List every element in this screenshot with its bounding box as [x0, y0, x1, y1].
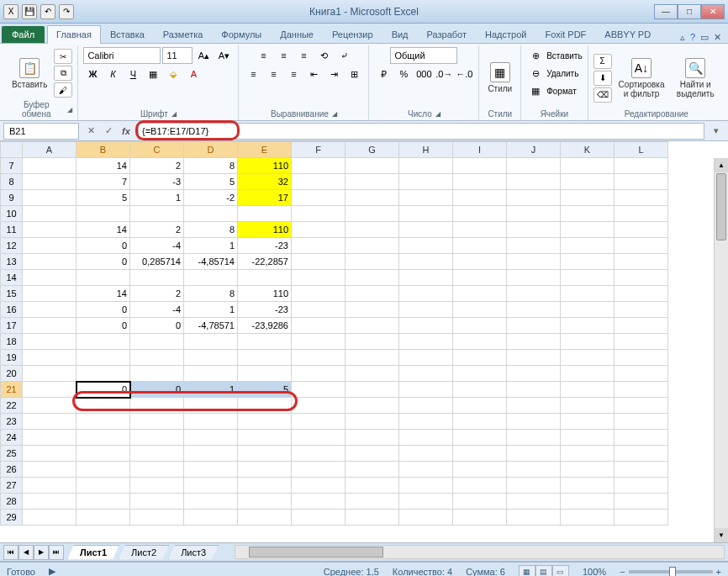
cell-G27[interactable]: [346, 478, 399, 494]
cell-I23[interactable]: [453, 414, 507, 430]
cell-I29[interactable]: [453, 510, 507, 526]
cell-G26[interactable]: [346, 462, 399, 478]
align-launcher-icon[interactable]: ◢: [332, 110, 337, 118]
cell-K16[interactable]: [561, 302, 615, 318]
cell-J9[interactable]: [507, 190, 561, 206]
ribbon-tab-разметка[interactable]: Разметка: [154, 25, 213, 43]
cell-B28[interactable]: [76, 494, 130, 510]
cell-F13[interactable]: [292, 254, 346, 270]
expand-formula-icon[interactable]: ▾: [708, 123, 725, 140]
name-box[interactable]: B21: [3, 123, 79, 140]
cell-K15[interactable]: [561, 286, 615, 302]
cell-H9[interactable]: [399, 190, 453, 206]
cell-F8[interactable]: [292, 174, 346, 190]
cell-C26[interactable]: [130, 462, 184, 478]
cell-B15[interactable]: 14: [76, 286, 130, 302]
cell-J29[interactable]: [507, 510, 561, 526]
cell-L18[interactable]: [615, 334, 668, 350]
cell-F29[interactable]: [292, 510, 346, 526]
cell-G24[interactable]: [346, 430, 399, 446]
cell-A19[interactable]: [23, 350, 76, 366]
cell-I19[interactable]: [453, 350, 507, 366]
cell-B9[interactable]: 5: [76, 190, 130, 206]
dec-decimal-icon[interactable]: ←.0: [455, 66, 473, 82]
cell-E7[interactable]: 110: [238, 158, 292, 174]
cell-H14[interactable]: [399, 270, 453, 286]
cell-H17[interactable]: [399, 318, 453, 334]
cell-G20[interactable]: [346, 366, 399, 382]
orientation-icon[interactable]: ⟲: [314, 47, 333, 64]
cell-C12[interactable]: -4: [130, 238, 184, 254]
cell-H21[interactable]: [399, 382, 453, 398]
cell-I18[interactable]: [453, 334, 507, 350]
sheet-tab-Лист3[interactable]: Лист3: [168, 545, 219, 559]
cell-J14[interactable]: [507, 270, 561, 286]
clipboard-launcher-icon[interactable]: ◢: [67, 106, 72, 114]
view-normal-icon[interactable]: ▦: [519, 565, 535, 577]
cell-D21[interactable]: 1: [184, 382, 238, 398]
vertical-scrollbar[interactable]: ▲ ▼: [714, 158, 728, 542]
cell-C28[interactable]: [130, 494, 184, 510]
cell-J13[interactable]: [507, 254, 561, 270]
cell-K26[interactable]: [561, 462, 615, 478]
cell-J25[interactable]: [507, 446, 561, 462]
cell-J7[interactable]: [507, 158, 561, 174]
row-header-19[interactable]: 19: [1, 350, 23, 366]
cell-F19[interactable]: [292, 350, 346, 366]
sort-filter-button[interactable]: A↓ Сортировка и фильтр: [615, 56, 668, 100]
cell-J27[interactable]: [507, 478, 561, 494]
cell-K17[interactable]: [561, 318, 615, 334]
cell-F11[interactable]: [292, 222, 346, 238]
cell-D25[interactable]: [184, 446, 238, 462]
cell-B27[interactable]: [76, 478, 130, 494]
cell-B29[interactable]: [76, 510, 130, 526]
underline-button[interactable]: Ч: [124, 66, 142, 82]
cell-A25[interactable]: [23, 446, 76, 462]
italic-button[interactable]: К: [103, 66, 122, 82]
cell-H29[interactable]: [399, 510, 453, 526]
col-header-A[interactable]: A: [23, 142, 76, 158]
cell-G18[interactable]: [346, 334, 399, 350]
cell-D8[interactable]: 5: [184, 174, 238, 190]
cell-G28[interactable]: [346, 494, 399, 510]
cell-J17[interactable]: [507, 318, 561, 334]
cell-H28[interactable]: [399, 494, 453, 510]
cell-K24[interactable]: [561, 430, 615, 446]
cell-I13[interactable]: [453, 254, 507, 270]
cell-G19[interactable]: [346, 350, 399, 366]
ribbon-tab-abbyy pd[interactable]: ABBYY PD: [595, 25, 660, 43]
col-header-J[interactable]: J: [507, 142, 561, 158]
cell-K23[interactable]: [561, 414, 615, 430]
cell-H13[interactable]: [399, 254, 453, 270]
view-pagebreak-icon[interactable]: ▭: [552, 565, 569, 577]
cell-G15[interactable]: [346, 286, 399, 302]
cell-A7[interactable]: [23, 158, 76, 174]
cell-G10[interactable]: [346, 206, 399, 222]
cell-G21[interactable]: [346, 382, 399, 398]
status-macro-icon[interactable]: ▶: [49, 566, 55, 576]
cell-D28[interactable]: [184, 494, 238, 510]
number-format-select[interactable]: [390, 47, 457, 64]
cell-H10[interactable]: [399, 206, 453, 222]
cell-G13[interactable]: [346, 254, 399, 270]
cell-H26[interactable]: [399, 462, 453, 478]
cell-E15[interactable]: 110: [238, 286, 292, 302]
cell-D15[interactable]: 8: [184, 286, 238, 302]
col-header-G[interactable]: G: [346, 142, 399, 158]
row-header-21[interactable]: 21: [1, 382, 23, 398]
cell-E8[interactable]: 32: [238, 174, 292, 190]
cell-K27[interactable]: [561, 478, 615, 494]
clear-icon[interactable]: ⌫: [593, 87, 612, 103]
cell-L11[interactable]: [615, 222, 668, 238]
cell-H23[interactable]: [399, 414, 453, 430]
cell-F21[interactable]: [292, 382, 346, 398]
cell-E12[interactable]: -23: [238, 238, 292, 254]
format-painter-icon[interactable]: 🖌: [54, 82, 72, 98]
cell-A27[interactable]: [23, 478, 76, 494]
cell-H15[interactable]: [399, 286, 453, 302]
col-header-F[interactable]: F: [292, 142, 346, 158]
cell-J15[interactable]: [507, 286, 561, 302]
cell-I24[interactable]: [453, 430, 507, 446]
cell-L25[interactable]: [615, 446, 668, 462]
cell-L14[interactable]: [615, 270, 668, 286]
